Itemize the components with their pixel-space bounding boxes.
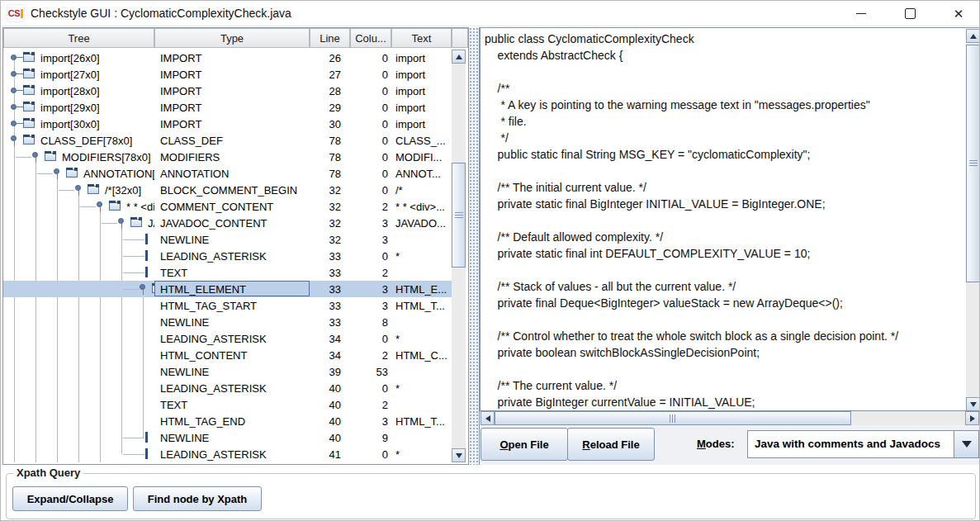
table-row[interactable]: NEWLINENEWLINE3953 [3, 363, 452, 380]
code-line: private final Deque<BigInteger> valueSta… [485, 295, 898, 311]
scroll-up-button[interactable] [452, 50, 466, 64]
combobox-dropdown-button[interactable] [954, 431, 978, 457]
expand-handle-icon[interactable] [11, 121, 17, 126]
expand-handle-icon[interactable] [11, 88, 17, 93]
table-row[interactable]: MODIFIERS[78x0]MODIFIERS780MODIFI... [3, 149, 452, 165]
table-row[interactable]: HTML_CONTENTHTML_CONTENT342HTML_C... [3, 347, 452, 363]
text-cell [391, 432, 452, 445]
leaf-icon [145, 267, 148, 277]
line-cell: 40 [310, 432, 346, 445]
table-row[interactable]: HTML_ELEMENTHTML_ELEMENT333HTML_E... [3, 281, 452, 297]
collapse-handle-icon[interactable] [54, 168, 59, 174]
minimize-button[interactable] [843, 1, 879, 26]
folder-corner [117, 201, 121, 204]
column-header-tree[interactable]: Tree [3, 28, 154, 48]
code-line: /** [485, 80, 898, 97]
code-line: /** The current value. */ [485, 377, 898, 394]
table-row[interactable]: * * <div>...COMMENT_CONTENT322* * <div>.… [3, 198, 452, 215]
table-row[interactable]: NEWLINENEWLINE409 [3, 429, 452, 446]
table-row[interactable]: LEADING_ASTERISKLEADING_ASTERISK410* [3, 446, 452, 462]
table-row[interactable]: HTML_TAG_STARTHTML_TAG_START333HTML_T... [3, 297, 452, 314]
thumb-grip [670, 414, 676, 423]
table-row[interactable]: HTML_TAG_ENDHTML_TAG_END403HTML_T... [3, 413, 452, 429]
scroll-left-button[interactable] [481, 411, 495, 425]
table-row[interactable]: LEADING_ASTERISKLEADING_ASTERISK340* [3, 330, 452, 347]
scroll-up-button[interactable] [966, 29, 980, 43]
checkstyle-app-icon: CS [7, 5, 24, 21]
table-row[interactable]: import[29x0]IMPORT290import [3, 99, 452, 116]
collapse-handle-icon[interactable] [140, 284, 145, 290]
tree-cell: import[28x0] [3, 83, 154, 99]
tree-cell: ANNOTATION[78x0] [3, 165, 154, 182]
leaf-icon [145, 448, 148, 459]
column-header-line[interactable]: Line [310, 28, 350, 48]
expand-handle-icon[interactable] [11, 104, 17, 110]
expand-collapse-button[interactable]: Expand/Collapse [12, 486, 128, 511]
scroll-down-button[interactable] [452, 448, 466, 462]
open-file-button[interactable]: Open File [481, 428, 568, 461]
text-cell: import [391, 69, 452, 82]
scrollbar-thumb[interactable] [966, 45, 980, 282]
type-cell: BLOCK_COMMENT_BEGIN [154, 184, 310, 197]
table-row[interactable]: LEADING_ASTERISKLEADING_ASTERISK330* [3, 248, 452, 264]
column-cell: 0 [350, 250, 390, 263]
tree-node-label: import[30x0] [40, 118, 100, 130]
tree-connector-dash [123, 454, 144, 455]
table-row[interactable]: /*[32x0]BLOCK_COMMENT_BEGIN320/* [3, 182, 452, 198]
split-pane-divider[interactable] [469, 27, 480, 465]
find-node-by-xpath-button[interactable]: Find node by Xpath [133, 486, 262, 511]
scroll-down-button[interactable] [966, 397, 980, 411]
table-row[interactable]: CLASS_DEF[78x0]CLASS_DEF780CLASS_... [3, 132, 452, 149]
line-cell: 33 [310, 250, 346, 263]
table-row[interactable]: LEADING_ASTERISKLEADING_ASTERISK400* [3, 380, 452, 396]
code-line: private static final BigInteger INITIAL_… [485, 196, 898, 212]
scrollbar-thumb[interactable] [495, 411, 851, 425]
table-row[interactable]: import[27x0]IMPORT270import [3, 66, 452, 83]
table-row[interactable]: TEXTTEXT332 [3, 264, 452, 281]
collapse-handle-icon[interactable] [32, 152, 38, 158]
expand-handle-icon[interactable] [11, 54, 17, 60]
scrollbar-thumb[interactable] [452, 163, 466, 268]
table-row[interactable]: JAVADOC_CONTENTJAVADOC_CONTENT323JAVADO.… [3, 215, 452, 231]
table-row[interactable]: ANNOTATION[78x0]ANNOTATION780ANNOT... [3, 165, 452, 182]
table-row[interactable]: TEXTTEXT402 [3, 396, 452, 413]
table-row[interactable]: import[26x0]IMPORT260import [3, 50, 452, 66]
table-row[interactable]: NEWLINENEWLINE338 [3, 314, 452, 330]
collapse-handle-icon[interactable] [75, 185, 81, 191]
tree-connector-dash [123, 438, 144, 438]
text-cell: MODIFI... [391, 151, 452, 164]
tree-node-label: import[27x0] [40, 69, 100, 81]
table-row[interactable]: import[30x0]IMPORT300import [3, 116, 452, 132]
column-header-type[interactable]: Type [154, 28, 310, 48]
folder-tab [23, 85, 30, 88]
code-line: public static final String MSG_KEY = "cy… [485, 146, 898, 163]
find-node-label: Find node by Xpath [148, 493, 248, 505]
folder-tab [23, 135, 30, 137]
type-cell: NEWLINE [154, 316, 310, 329]
table-row[interactable]: NEWLINENEWLINE323 [3, 231, 452, 248]
tree-connector-dash [37, 173, 53, 174]
code-viewer[interactable]: public class CyclomaticComplexityCheck e… [480, 27, 980, 411]
close-button[interactable]: ✕ [940, 1, 977, 26]
scroll-right-button[interactable] [965, 411, 979, 425]
text-cell: import [391, 118, 452, 131]
handle-stem [17, 107, 23, 107]
reload-file-button[interactable]: Reload File [567, 428, 655, 461]
collapse-handle-icon[interactable] [97, 201, 102, 207]
type-cell: TEXT [154, 267, 310, 280]
collapse-handle-icon[interactable] [118, 218, 124, 224]
tree-node-label: import[28x0] [40, 85, 100, 97]
expand-handle-icon[interactable] [11, 71, 17, 77]
table-row[interactable]: import[28x0]IMPORT280import [3, 83, 452, 99]
maximize-button[interactable] [892, 1, 928, 26]
modes-combobox[interactable]: Java with comments and Javadocs [747, 430, 979, 458]
code-line: extends AbstractCheck { [485, 47, 898, 64]
collapse-handle-icon[interactable] [11, 135, 17, 141]
type-cell: NEWLINE [154, 366, 310, 379]
column-header-colu[interactable]: Colu... [350, 28, 391, 48]
column-header-text[interactable]: Text [391, 28, 452, 48]
focused-cell-border [154, 281, 310, 296]
code-line: private boolean switchBlockAsSingleDecis… [485, 344, 898, 361]
text-cell: * [391, 333, 452, 346]
code-line: /** The initial current value. */ [485, 179, 898, 196]
